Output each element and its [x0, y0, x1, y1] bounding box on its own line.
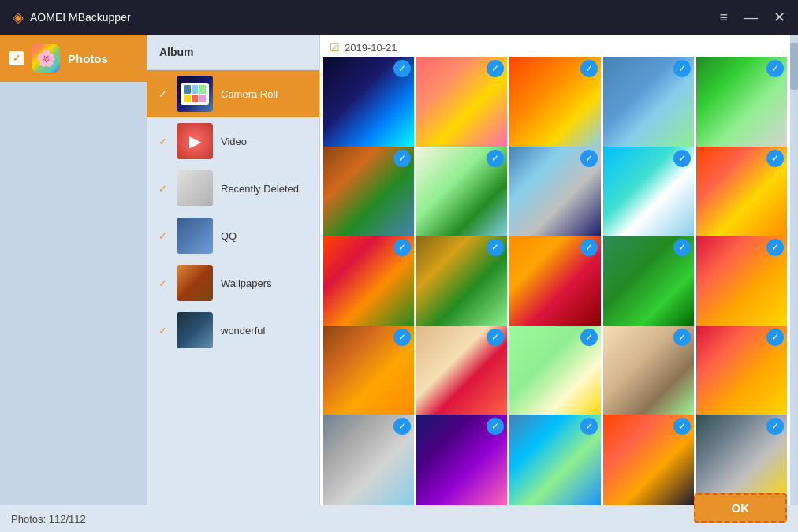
ok-button[interactable]: OK — [694, 493, 788, 523]
photo-check-14: ✓ — [673, 239, 691, 256]
app-logo-icon: ◈ — [13, 9, 24, 26]
photos-app-icon: 🌸 — [32, 44, 60, 73]
photos-check-mark: ✓ — [13, 53, 21, 64]
photo-cell-11[interactable]: ✓ — [323, 236, 414, 326]
album-name-video: Video — [221, 136, 247, 147]
photo-cell-3[interactable]: ✓ — [509, 57, 600, 147]
photo-check-3: ✓ — [580, 60, 598, 77]
album-item-qq[interactable]: ✓ QQ — [147, 212, 319, 259]
album-item-video[interactable]: ✓ ▶ Video — [147, 117, 319, 165]
title-bar: ◈ AOMEI MBackupper ≡ — ✕ — [0, 0, 798, 35]
photo-cell-7[interactable]: ✓ — [416, 147, 507, 237]
photos-label: Photos — [68, 52, 108, 65]
photo-cell-6[interactable]: ✓ — [323, 147, 414, 237]
date-section: ☑ 2019-10-21 — [320, 35, 790, 57]
check-recently-deleted: ✓ — [158, 183, 167, 195]
album-item-wonderful[interactable]: ✓ wonderful — [147, 307, 319, 354]
photo-cell-8[interactable]: ✓ — [509, 147, 600, 237]
album-thumb-wonderful — [177, 312, 213, 348]
photo-cell-19[interactable]: ✓ — [603, 326, 694, 416]
album-checkbox-wonderful[interactable]: ✓ — [156, 324, 169, 337]
photo-cell-4[interactable]: ✓ — [603, 57, 694, 147]
album-thumb-qq — [177, 218, 213, 254]
content-area: ✓ 🌸 Photos Album ✓ — [0, 35, 798, 505]
album-name-recently-deleted: Recently Deleted — [221, 183, 299, 195]
album-checkbox-qq[interactable]: ✓ — [156, 229, 169, 242]
minimize-icon[interactable]: — — [744, 9, 758, 26]
album-checkbox-wallpapers[interactable]: ✓ — [156, 277, 169, 289]
check-video: ✓ — [158, 136, 167, 147]
album-thumb-video: ▶ — [177, 123, 213, 159]
photo-check-7: ✓ — [487, 150, 504, 167]
check-qq: ✓ — [158, 230, 167, 242]
main-window: ✓ 🌸 Photos Album ✓ — [0, 35, 798, 532]
album-thumb-wallpapers — [177, 265, 213, 301]
photo-cell-10[interactable]: ✓ — [696, 147, 787, 237]
album-panel: Album ✓ — [147, 35, 320, 505]
album-thumb-recently-deleted — [177, 170, 213, 206]
scrollbar-thumb[interactable] — [790, 43, 798, 90]
photo-cell-9[interactable]: ✓ — [603, 147, 694, 237]
date-label: 2019-10-21 — [345, 42, 397, 54]
album-checkbox-recently-deleted[interactable]: ✓ — [156, 182, 169, 195]
album-name-camera-roll: Camera Roll — [221, 88, 278, 100]
photo-cell-5[interactable]: ✓ — [696, 57, 787, 147]
photo-check-9: ✓ — [673, 150, 691, 167]
photo-cell-17[interactable]: ✓ — [416, 326, 507, 416]
app-window: ◈ AOMEI MBackupper ≡ — ✕ ✓ 🌸 Photos — [0, 0, 798, 532]
photo-cell-25[interactable]: ✓ — [696, 415, 787, 505]
status-bar: Photos: 112/112 — [0, 505, 798, 532]
album-header: Album — [147, 35, 319, 70]
photo-check-13: ✓ — [580, 239, 598, 256]
photo-cell-23[interactable]: ✓ — [509, 415, 600, 505]
photo-check-19: ✓ — [673, 329, 691, 346]
photo-check-20: ✓ — [766, 329, 784, 346]
album-name-qq: QQ — [221, 230, 237, 242]
check-camera-roll: ✓ — [158, 88, 167, 100]
photo-grid-area: ☑ 2019-10-21 ✓ ✓ ✓ — [320, 35, 790, 505]
photo-cell-21[interactable]: ✓ — [323, 415, 414, 505]
album-item-camera-roll[interactable]: ✓ — [147, 70, 319, 117]
photo-cell-20[interactable]: ✓ — [696, 326, 787, 416]
album-name-wallpapers: Wallpapers — [221, 277, 272, 289]
photo-check-23: ✓ — [580, 418, 598, 435]
album-item-wallpapers[interactable]: ✓ Wallpapers — [147, 259, 319, 307]
photo-check-10: ✓ — [766, 150, 784, 167]
photo-cell-15[interactable]: ✓ — [696, 236, 787, 326]
photo-cell-12[interactable]: ✓ — [416, 236, 507, 326]
photo-cell-18[interactable]: ✓ — [509, 326, 600, 416]
album-list: ✓ — [147, 70, 319, 505]
menu-icon[interactable]: ≡ — [719, 9, 728, 26]
date-checkbox[interactable]: ☑ — [330, 41, 340, 54]
photo-cell-13[interactable]: ✓ — [509, 236, 600, 326]
photo-grid: ✓ ✓ ✓ ✓ ✓ — [320, 57, 790, 505]
photos-master-checkbox[interactable]: ✓ — [9, 51, 24, 65]
album-checkbox-video[interactable]: ✓ — [156, 135, 169, 147]
check-wonderful: ✓ — [158, 325, 167, 337]
photo-check-16: ✓ — [393, 329, 411, 346]
photo-cell-14[interactable]: ✓ — [603, 236, 694, 326]
photo-check-8: ✓ — [580, 150, 598, 167]
photo-cell-24[interactable]: ✓ — [603, 415, 694, 505]
album-item-recently-deleted[interactable]: ✓ Recently Deleted — [147, 165, 319, 212]
photo-check-4: ✓ — [673, 60, 691, 77]
album-checkbox-camera-roll[interactable]: ✓ — [156, 87, 169, 100]
status-text: Photos: 112/112 — [11, 513, 86, 525]
album-thumb-camera-roll — [177, 76, 213, 112]
photo-cell-2[interactable]: ✓ — [416, 57, 507, 147]
title-bar-controls: ≡ — ✕ — [719, 9, 785, 26]
photo-cell-1[interactable]: ✓ — [323, 57, 414, 147]
title-bar-left: ◈ AOMEI MBackupper — [13, 9, 131, 26]
photo-check-5: ✓ — [766, 60, 784, 77]
photo-check-6: ✓ — [393, 150, 411, 167]
sidebar-photos: ✓ 🌸 Photos — [0, 35, 147, 505]
app-title: AOMEI MBackupper — [30, 11, 131, 24]
ok-button-container: OK — [694, 493, 788, 523]
scrollbar-track[interactable] — [790, 35, 798, 505]
close-icon[interactable]: ✕ — [774, 9, 785, 26]
photos-header[interactable]: ✓ 🌸 Photos — [0, 35, 147, 82]
photo-check-15: ✓ — [766, 239, 784, 256]
check-wallpapers: ✓ — [158, 277, 167, 289]
photo-cell-22[interactable]: ✓ — [416, 415, 507, 505]
photo-cell-16[interactable]: ✓ — [323, 326, 414, 416]
